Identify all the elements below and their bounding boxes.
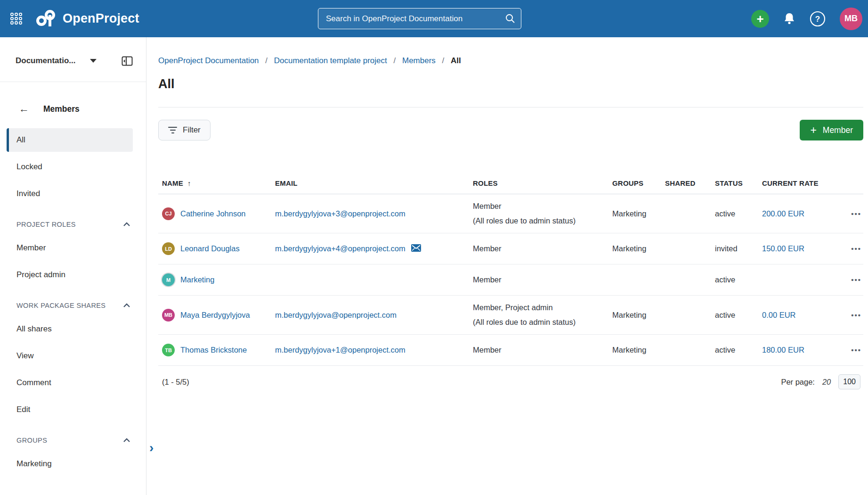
member-roles: Member	[473, 199, 605, 214]
member-groups: Marketing	[608, 239, 661, 258]
svg-text:?: ?	[815, 15, 820, 24]
member-status: invited	[711, 239, 758, 258]
column-header-groups[interactable]: GROUPS	[608, 179, 661, 194]
chevron-up-icon[interactable]	[123, 438, 130, 443]
breadcrumb-separator: /	[265, 56, 268, 65]
breadcrumb-link[interactable]: Members	[402, 56, 436, 65]
member-name-link[interactable]: Catherine Johnson	[180, 209, 246, 218]
member-rate-link[interactable]: 180.00 EUR	[762, 346, 804, 354]
column-header-status[interactable]: STATUS	[711, 179, 758, 194]
member-shared	[661, 209, 711, 218]
add-member-button[interactable]: + Member	[800, 120, 863, 140]
caret-down-icon[interactable]	[90, 59, 97, 63]
member-status: active	[711, 205, 758, 223]
section-groups: GROUPS	[0, 429, 146, 452]
member-roles: Member, Project admin	[473, 300, 605, 315]
sidebar-item-all[interactable]: All	[7, 128, 133, 152]
section-title: GROUPS	[16, 437, 47, 444]
help-icon[interactable]: ?	[810, 11, 826, 27]
member-name-link[interactable]: Thomas Brickstone	[180, 346, 247, 355]
plus-icon: +	[810, 125, 816, 136]
chevron-up-icon[interactable]	[123, 222, 130, 227]
breadcrumb-separator: /	[394, 56, 396, 65]
member-status: active	[711, 271, 758, 289]
toolbar: Filter + Member	[158, 120, 863, 140]
sidebar-item-marketing[interactable]: Marketing	[0, 452, 146, 476]
project-selector[interactable]: Documentatio...	[16, 54, 76, 67]
member-groups: Marketing	[608, 205, 661, 223]
table-row: CJ Catherine Johnson m.berdygylyjova+3@o…	[158, 194, 863, 233]
content-divider	[158, 107, 863, 107]
sidebar-item-comment[interactable]: Comment	[0, 371, 146, 395]
filter-icon	[168, 127, 177, 134]
column-header-current-rate[interactable]: CURRENT RATE	[758, 179, 841, 194]
quick-add-button[interactable]: +	[751, 10, 769, 28]
per-page-option-100[interactable]: 100	[838, 374, 860, 389]
filter-button[interactable]: Filter	[158, 120, 211, 140]
member-email-link[interactable]: m.berdygylyjova@openproject.com	[275, 311, 397, 320]
member-rate-link[interactable]: 0.00 EUR	[762, 311, 796, 319]
column-header-name[interactable]: NAME↑	[158, 179, 271, 194]
member-rate-link[interactable]: 150.00 EUR	[762, 244, 804, 253]
plus-icon: +	[756, 12, 763, 26]
breadcrumb-current: All	[451, 56, 461, 65]
search-icon[interactable]	[505, 13, 516, 26]
member-status: active	[711, 341, 758, 359]
member-name-link[interactable]: Leonard Douglas	[180, 244, 240, 253]
row-actions-button[interactable]: •••	[851, 276, 861, 284]
member-email-link[interactable]: m.berdygylyjova+4@openproject.com	[275, 244, 406, 253]
sidebar-item-project-admin[interactable]: Project admin	[0, 263, 146, 287]
member-roles: Member	[473, 343, 605, 357]
page-title: All	[158, 77, 863, 92]
breadcrumb-link[interactable]: OpenProject Documentation	[158, 56, 259, 65]
sidebar-item-all-shares[interactable]: All shares	[0, 317, 146, 341]
per-page-current[interactable]: 20	[822, 378, 831, 387]
openproject-app: OpenProject +	[0, 0, 868, 495]
member-rate-link[interactable]: 200.00 EUR	[762, 209, 804, 218]
sidebar-item-invited[interactable]: Invited	[0, 182, 146, 206]
member-name-link[interactable]: Maya Berdygylyjova	[180, 311, 250, 320]
table-row: M Marketing Member active •••	[158, 264, 863, 296]
breadcrumb-link[interactable]: Documentation template project	[274, 56, 387, 65]
chevron-up-icon[interactable]	[123, 303, 130, 308]
sidebar-item-member[interactable]: Member	[0, 236, 146, 260]
column-header-shared[interactable]: SHARED	[661, 179, 711, 194]
sidebar-item-view[interactable]: View	[0, 344, 146, 368]
sidebar-item-locked[interactable]: Locked	[0, 155, 146, 179]
avatar: MB	[162, 309, 175, 322]
global-search-input[interactable]	[318, 8, 521, 29]
collapse-sidebar-icon[interactable]	[122, 56, 133, 66]
member-name-link[interactable]: Marketing	[180, 275, 214, 284]
notifications-bell-icon[interactable]	[783, 12, 795, 25]
section-project-roles: PROJECT ROLES	[0, 213, 146, 236]
member-shared	[661, 275, 711, 285]
avatar: TB	[162, 344, 175, 356]
openproject-logo[interactable]: OpenProject	[35, 9, 139, 29]
sidebar-item-edit[interactable]: Edit	[0, 398, 146, 421]
sidebar-resize-chevron-icon[interactable]: ›	[149, 441, 154, 454]
main-content: OpenProject Documentation / Documentatio…	[146, 37, 868, 495]
member-groups	[608, 275, 661, 285]
breadcrumb-separator: /	[442, 56, 445, 65]
row-actions-button[interactable]: •••	[851, 210, 861, 218]
member-roles-note: (All roles due to admin status)	[473, 214, 605, 228]
sidebar-divider	[0, 82, 146, 82]
column-header-email[interactable]: EMAIL	[271, 179, 469, 194]
member-shared	[661, 244, 711, 254]
user-avatar[interactable]: MB	[840, 8, 862, 30]
row-actions-button[interactable]: •••	[851, 311, 861, 319]
avatar: LD	[162, 242, 175, 255]
app-grid-icon[interactable]	[10, 13, 22, 25]
member-shared	[661, 346, 711, 355]
resend-invitation-envelope-icon[interactable]	[411, 244, 421, 254]
member-roles: Member	[473, 272, 605, 287]
avatar: M	[162, 273, 175, 286]
member-groups: Marketing	[608, 341, 661, 359]
column-header-roles[interactable]: ROLES	[469, 179, 608, 194]
page-range: (1 - 5/5)	[162, 378, 189, 387]
row-actions-button[interactable]: •••	[851, 245, 861, 253]
row-actions-button[interactable]: •••	[851, 346, 861, 354]
member-email-link[interactable]: m.berdygylyjova+1@openproject.com	[275, 346, 406, 355]
back-arrow-icon[interactable]: ←	[19, 103, 29, 115]
member-email-link[interactable]: m.berdygylyjova+3@openproject.com	[275, 209, 406, 218]
